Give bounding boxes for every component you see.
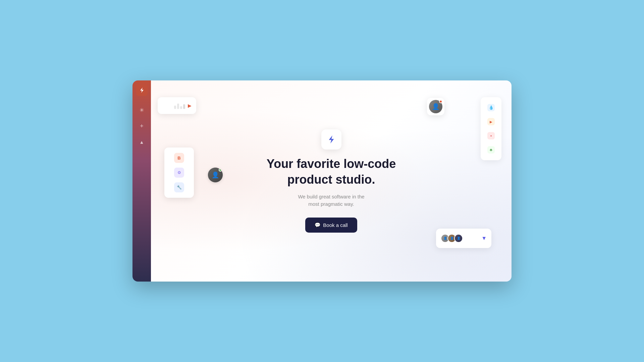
card-left-panel: B ⚙ 🔧: [164, 147, 194, 198]
avatars-group: 👤 👤 👤: [441, 234, 463, 243]
book-call-label: Book a call: [323, 222, 347, 228]
avatar-dot: [219, 168, 222, 172]
panel-dot-water: 💧: [487, 104, 495, 111]
svg-marker-0: [140, 87, 144, 93]
panel-dot-red: ▪: [487, 132, 495, 139]
svg-marker-1: [329, 135, 334, 143]
bar-preview: [174, 102, 185, 109]
sidebar: ✳ + ▲: [132, 80, 151, 282]
card-top-left: ▶: [158, 97, 196, 114]
sidebar-icon-triangle[interactable]: ▲: [137, 137, 147, 147]
panel-item-1: B: [174, 153, 184, 163]
card-bottom-right: 👤 👤 👤 ▼: [436, 229, 491, 248]
filter-icon: ▼: [481, 235, 487, 241]
book-call-button[interactable]: 💬 Book a call: [305, 218, 357, 233]
main-content: ▶ B ⚙ 🔧 👤 👤: [151, 80, 512, 282]
sidebar-icon-asterisk[interactable]: ✳: [137, 105, 147, 115]
browser-window: ✳ + ▲ ▶ B ⚙: [132, 80, 512, 282]
hero-section: Your favorite low-code product studio. W…: [261, 129, 402, 233]
panel-item-3: 🔧: [174, 182, 184, 192]
panel-dot-play: ▶: [487, 118, 495, 125]
hero-title: Your favorite low-code product studio.: [261, 156, 402, 188]
sidebar-icon-plus[interactable]: +: [137, 121, 147, 131]
card-right-panel: 💧 ▶ ▪ ♣: [481, 97, 501, 160]
card-top-right-avatar: 👤: [427, 98, 444, 115]
panel-item-2: ⚙: [174, 168, 184, 178]
arrow-icon: ▶: [188, 103, 192, 108]
panel-dot-club: ♣: [487, 146, 495, 154]
sidebar-logo[interactable]: [136, 84, 148, 96]
avatar-left: 👤: [208, 168, 223, 182]
hero-subtitle: We build great software in the most prag…: [261, 193, 402, 208]
book-call-icon: 💬: [315, 222, 320, 228]
hero-logo: [321, 129, 341, 149]
